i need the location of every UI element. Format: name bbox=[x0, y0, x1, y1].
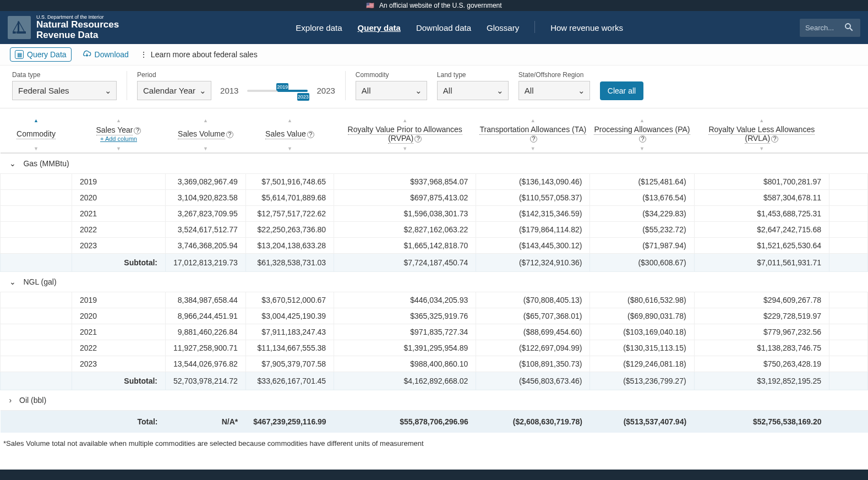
filter-separator bbox=[345, 71, 346, 100]
col-sales-volume[interactable]: Sales Volume bbox=[178, 129, 225, 139]
total-label: Total: bbox=[72, 411, 166, 433]
tab-query-data[interactable]: ▦ Query Data bbox=[10, 47, 72, 62]
sort-down-icon[interactable]: ▼ bbox=[116, 146, 121, 151]
search-icon[interactable] bbox=[844, 22, 854, 34]
sort-up-icon[interactable]: ▲ bbox=[34, 118, 39, 123]
subtotal-rvla: $3,192,852,195.25 bbox=[694, 372, 829, 390]
nav-download[interactable]: Download data bbox=[416, 21, 471, 35]
nav-query[interactable]: Query data bbox=[358, 21, 401, 35]
subtotal-pa: ($513,236,799.27) bbox=[590, 372, 694, 390]
cell-ta: ($142,315,346.59) bbox=[476, 206, 590, 222]
filter-bar: Data type Federal Sales ⌄ Period Calenda… bbox=[0, 66, 868, 108]
slider-handle-end[interactable]: 2023 bbox=[297, 93, 309, 101]
cell-sales-volume: 3,104,920,823.58 bbox=[166, 190, 246, 206]
sort-up-icon[interactable]: ▲ bbox=[402, 118, 407, 123]
subtotal-rvpa: $4,162,892,668.02 bbox=[334, 372, 476, 390]
slider-handle-start[interactable]: 2019 bbox=[276, 83, 288, 91]
col-sales-year[interactable]: Sales Year bbox=[96, 126, 133, 135]
subtotal-sval: $33,626,167,701.45 bbox=[245, 372, 334, 390]
col-rvla[interactable]: Royalty Value Less Allowances (RVLA) bbox=[708, 125, 815, 144]
tab-download[interactable]: Download bbox=[83, 50, 129, 60]
subtotal-row: Subtotal:52,703,978,214.72$33,626,167,70… bbox=[1, 372, 868, 390]
filter-label-commodity: Commodity bbox=[356, 71, 427, 79]
sort-down-icon[interactable]: ▼ bbox=[759, 146, 764, 151]
select-commodity-value: All bbox=[362, 86, 371, 95]
clear-all-button[interactable]: Clear all bbox=[600, 81, 643, 100]
help-icon[interactable]: ? bbox=[530, 135, 537, 143]
sort-up-icon[interactable]: ▲ bbox=[116, 118, 121, 123]
group-name: NGL (gal) bbox=[23, 277, 56, 286]
period-start-year: 2013 bbox=[220, 86, 238, 95]
select-commodity[interactable]: All ⌄ bbox=[356, 81, 427, 100]
total-sv: N/A* bbox=[166, 411, 246, 433]
cell-pa: ($130,315,113.15) bbox=[590, 340, 694, 356]
table-row: 20203,104,920,823.58$5,614,701,889.68$69… bbox=[1, 190, 868, 206]
sort-up-icon[interactable]: ▲ bbox=[640, 118, 645, 123]
select-period[interactable]: Calendar Year ⌄ bbox=[137, 81, 211, 100]
sort-down-icon[interactable]: ▼ bbox=[34, 146, 39, 151]
cell-rvpa: $971,835,727.34 bbox=[334, 324, 476, 340]
sort-up-icon[interactable]: ▲ bbox=[759, 118, 764, 123]
help-icon[interactable]: ? bbox=[771, 135, 778, 143]
help-icon[interactable]: ? bbox=[414, 135, 422, 143]
col-ta[interactable]: Transportation Allowances (TA) bbox=[479, 125, 586, 135]
cell-sales-volume: 13,544,026,976.82 bbox=[166, 356, 246, 372]
cell-sales-volume: 8,384,987,658.44 bbox=[166, 292, 246, 308]
table-row: 20233,746,368,205.94$13,204,138,633.28$1… bbox=[1, 238, 868, 254]
cell-sales-volume: 11,927,258,900.71 bbox=[166, 340, 246, 356]
cell-sales-volume: 9,881,460,226.84 bbox=[166, 324, 246, 340]
cell-sales-value: $3,670,512,000.67 bbox=[245, 292, 334, 308]
cell-pa: ($129,246,081.18) bbox=[590, 356, 694, 372]
period-end-year: 2023 bbox=[316, 86, 335, 95]
subtotal-row: Subtotal:17,012,813,219.73$61,328,538,73… bbox=[1, 254, 868, 272]
cell-pa: ($69,890,031.78) bbox=[590, 308, 694, 324]
sort-up-icon[interactable]: ▲ bbox=[203, 118, 208, 123]
help-icon[interactable]: ? bbox=[307, 131, 314, 138]
group-name: Oil (bbl) bbox=[19, 396, 46, 405]
sort-down-icon[interactable]: ▼ bbox=[640, 146, 645, 151]
year-slider[interactable]: 2019 2023 bbox=[247, 90, 308, 92]
select-data-type[interactable]: Federal Sales ⌄ bbox=[12, 81, 117, 100]
total-row: Total:N/A*$467,239,259,116.99$55,878,706… bbox=[1, 411, 868, 433]
help-icon[interactable]: ? bbox=[639, 135, 646, 143]
col-commodity[interactable]: Commodity bbox=[17, 129, 56, 139]
sort-down-icon[interactable]: ▼ bbox=[287, 146, 292, 151]
nav-glossary[interactable]: Glossary bbox=[487, 21, 519, 35]
cell-rvla: $1,138,283,746.75 bbox=[694, 340, 829, 356]
learn-more-link[interactable]: ⋮ Learn more about federal sales bbox=[140, 50, 258, 59]
select-period-value: Calendar Year bbox=[143, 86, 195, 95]
cell-rvla: $2,647,242,715.68 bbox=[694, 222, 829, 238]
search-box[interactable] bbox=[800, 19, 860, 37]
group-row[interactable]: ⌄ NGL (gal) bbox=[1, 272, 868, 292]
group-row[interactable]: ⌄ Gas (MMBtu) bbox=[1, 153, 868, 174]
select-region[interactable]: All ⌄ bbox=[518, 81, 590, 100]
select-land-type[interactable]: All ⌄ bbox=[437, 81, 509, 100]
sort-down-icon[interactable]: ▼ bbox=[531, 146, 536, 151]
table-row: 20213,267,823,709.95$12,757,517,722.62$1… bbox=[1, 206, 868, 222]
nav-explore[interactable]: Explore data bbox=[296, 21, 342, 35]
col-rvpa[interactable]: Royalty Value Prior to Allowances (RVPA) bbox=[348, 125, 462, 144]
cell-year: 2023 bbox=[72, 238, 166, 254]
sort-up-icon[interactable]: ▲ bbox=[531, 118, 536, 123]
subtotal-ta: ($456,803,673.46) bbox=[476, 372, 590, 390]
logo-block[interactable]: $ U.S. Department of the Interior Natura… bbox=[8, 14, 119, 40]
more-icon: ⋮ bbox=[140, 50, 148, 59]
nav-how[interactable]: How revenue works bbox=[550, 21, 623, 35]
select-land-value: All bbox=[443, 86, 452, 95]
sort-down-icon[interactable]: ▼ bbox=[203, 146, 208, 151]
help-icon[interactable]: ? bbox=[226, 131, 233, 138]
col-sales-value[interactable]: Sales Value bbox=[265, 129, 306, 139]
add-column-link[interactable]: + Add column bbox=[75, 135, 162, 142]
sort-down-icon[interactable]: ▼ bbox=[402, 146, 407, 151]
cell-rvpa: $697,875,413.02 bbox=[334, 190, 476, 206]
help-icon[interactable]: ? bbox=[134, 127, 141, 134]
cell-pa: ($55,232.72) bbox=[590, 222, 694, 238]
site-name-2: Revenue Data bbox=[36, 30, 119, 41]
group-row[interactable]: › Oil (bbl) bbox=[1, 390, 868, 411]
search-input[interactable] bbox=[805, 24, 844, 32]
sort-up-icon[interactable]: ▲ bbox=[287, 118, 292, 123]
col-pa[interactable]: Processing Allowances (PA) bbox=[594, 125, 690, 135]
cell-sales-value: $3,004,425,190.39 bbox=[245, 308, 334, 324]
cloud-download-icon bbox=[83, 50, 91, 60]
tab-query-label: Query Data bbox=[27, 50, 67, 59]
